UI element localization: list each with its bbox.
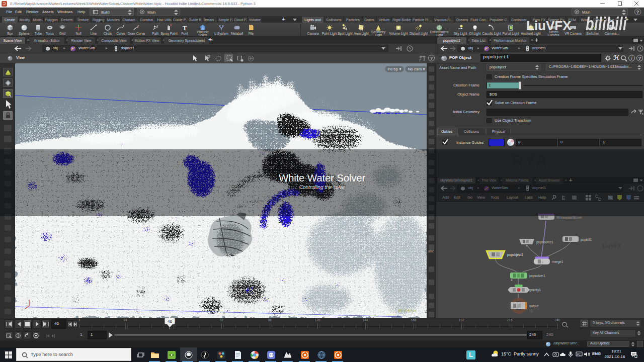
svg-text:1: 1 [635, 354, 637, 358]
svg-text:popkill1: popkill1 [581, 238, 592, 242]
svg-text:merge1: merge1 [552, 260, 563, 264]
svg-text:80.9 4 fps: 80.9 4 fps [398, 308, 416, 313]
svg-text:popobject1: popobject1 [507, 253, 523, 257]
svg-text:↓: ↓ [542, 260, 544, 263]
svg-text:WhitewaterSolver: WhitewaterSolver [556, 216, 583, 219]
svg-text:popsource1: popsource1 [536, 240, 553, 244]
svg-text:PC: PC [577, 353, 581, 356]
svg-text:ⓘ: ⓘ [530, 309, 533, 312]
svg-text:output: output [529, 304, 538, 308]
svg-text:T: T [183, 24, 187, 32]
svg-text:popsolver1: popsolver1 [529, 274, 545, 278]
svg-text:gravity1: gravity1 [529, 288, 541, 292]
svg-text:LiuVFX: LiuVFX [602, 243, 622, 249]
